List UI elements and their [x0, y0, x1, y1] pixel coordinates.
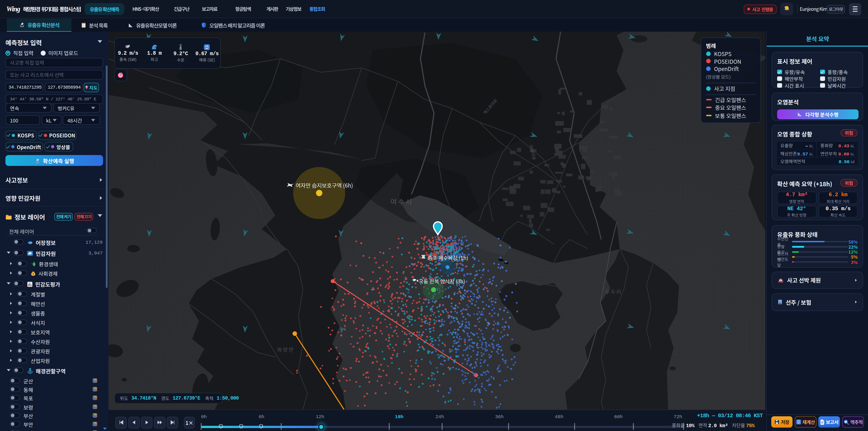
svg-text:$: $	[33, 272, 34, 276]
svg-text:우두리: 우두리	[605, 288, 622, 296]
svg-text:여수시: 여수시	[391, 196, 413, 206]
svg-text:종포 해수욕장 (1h): 종포 해수욕장 (1h)	[428, 254, 468, 261]
svg-text:여자만 습지보호구역 (6h): 여자만 습지보호구역 (6h)	[296, 181, 353, 189]
svg-text:국동 전복 양식장 (3h): 국동 전복 양식장 (3h)	[418, 277, 465, 285]
svg-text:화양면: 화양면	[277, 345, 294, 353]
